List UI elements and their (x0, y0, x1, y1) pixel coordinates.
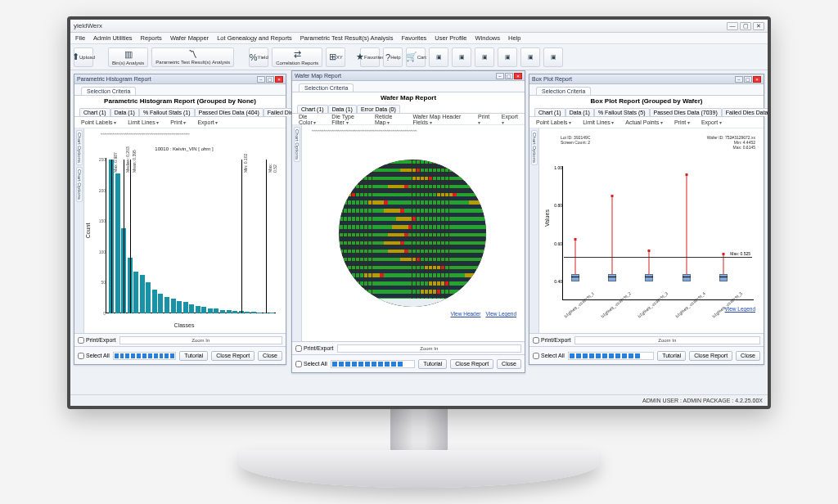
dock-max-icon[interactable]: ▢ (505, 73, 513, 79)
close-report-button[interactable]: Close Report (450, 359, 493, 369)
toolbar-bins-button[interactable]: ▥Bin(s) Analysis (108, 47, 148, 67)
subtab[interactable]: % Fallout Stats (5) (594, 108, 650, 116)
toolbar-extra-0[interactable]: ▣ (429, 47, 448, 67)
toolbar-extra-5[interactable]: ▣ (543, 47, 563, 67)
view-legend-link[interactable]: View Legend (725, 306, 755, 312)
dock-close-icon[interactable]: × (514, 73, 522, 79)
close-button[interactable]: Close (736, 351, 760, 361)
select-all-checkbox[interactable]: Select All (295, 361, 327, 367)
maximize-button[interactable]: ▢ (740, 22, 751, 30)
option-limit-lines[interactable]: Limit Lines (124, 119, 162, 126)
close-report-button[interactable]: Close Report (211, 351, 255, 361)
side-panel-tab[interactable]: Chart Options (294, 127, 300, 162)
toolbar-extra-3[interactable]: ▣ (498, 47, 517, 67)
toolbar-ptr-button[interactable]: 〽Parametric Test Result(s) Analysis (151, 47, 234, 67)
print-export-checkbox[interactable]: Print/Export (295, 345, 334, 352)
option-limit-lines[interactable]: Limit Lines (579, 119, 617, 126)
menu-lot-genealogy-and-reports[interactable]: Lot Genealogy and Reports (217, 34, 292, 42)
menu-wafer-mapper[interactable]: Wafer Mapper (170, 34, 209, 42)
toolbar-corr-button[interactable]: ⇄Correlation Reports (272, 47, 322, 67)
toolbar-fav-button[interactable]: ★Favorites (360, 47, 380, 67)
toolbar-xy-button[interactable]: ⊞XY (326, 47, 345, 67)
menu-user-profile[interactable]: User Profile (435, 34, 466, 42)
menu-help[interactable]: Help (508, 34, 520, 42)
boxplot-window-title[interactable]: Box Plot Report −▢× (529, 74, 764, 84)
subtab[interactable]: % Fallout Stats (1) (139, 108, 195, 116)
zoom-in-button[interactable]: Zoom In (574, 336, 760, 344)
option-reticle-map[interactable]: Reticle Map (372, 113, 404, 126)
selection-criteria-tab[interactable]: Selection Criteria (536, 87, 591, 95)
box-plot-report-window: Box Plot Report −▢× Selection Criteria B… (529, 74, 764, 365)
option-point-labels[interactable]: Point Labels (533, 119, 574, 126)
menu-parametric-test-result-s-analysis[interactable]: Parametric Test Result(s) Analysis (300, 34, 394, 42)
option-die-type-filter[interactable]: Die Type Filter (328, 113, 367, 126)
subtab[interactable]: Chart (1) (297, 105, 328, 113)
menu-favorites[interactable]: Favorites (402, 34, 427, 42)
subtab[interactable]: Failed Dies Data (0) (722, 108, 768, 116)
option-wafer-map-header-fields[interactable]: Wafer Map Header Fields (409, 113, 470, 126)
selection-criteria-tab[interactable]: Selection Criteria (299, 83, 354, 92)
box-plot[interactable]: Lot ID: 392149C Screen Count: 2 Wafer ID… (541, 132, 760, 330)
wafer-map-plot[interactable]: ≈≈≈≈≈≈≈≈≈≈≈≈≈≈≈≈≈≈≈≈≈≈≈≈≈≈≈≈≈≈≈≈≈≈≈≈≈≈≈≈… (304, 128, 521, 338)
subtab[interactable]: Error Data (0) (357, 105, 400, 113)
option-actual-points[interactable]: Actual Points (622, 119, 666, 126)
toolbar-yield-button[interactable]: %Yield (249, 47, 268, 67)
side-panel-tab[interactable]: Chart Options (76, 167, 83, 202)
dock-min-icon[interactable]: − (496, 73, 504, 79)
dock-close-icon[interactable]: × (275, 76, 283, 83)
subtab[interactable]: Data (1) (110, 108, 139, 116)
zoom-in-button[interactable]: Zoom In (119, 336, 282, 344)
select-all-checkbox[interactable]: Select All (533, 353, 565, 359)
subtab[interactable]: Passed Dies Data (404) (195, 108, 264, 116)
close-button[interactable]: Close (258, 351, 282, 361)
tutorial-button[interactable]: Tutorial (657, 351, 686, 361)
subtab[interactable]: Passed Dies Data (7039) (650, 108, 722, 116)
view-legend-link[interactable]: View Legend (486, 311, 516, 317)
menu-windows[interactable]: Windows (475, 34, 500, 42)
option-point-labels[interactable]: Point Labels (78, 119, 119, 126)
toolbar-extra-2[interactable]: ▣ (475, 47, 494, 67)
close-button[interactable]: Close (497, 359, 521, 369)
tutorial-button[interactable]: Tutorial (179, 351, 208, 361)
toolbar-upload-button[interactable]: ⬆Upload (74, 47, 93, 67)
option-export[interactable]: Export (698, 119, 725, 126)
option-print[interactable]: Print (167, 119, 189, 126)
tutorial-button[interactable]: Tutorial (418, 359, 447, 369)
menu-file[interactable]: File (75, 34, 85, 42)
option-die-color[interactable]: Die Color (295, 113, 323, 126)
toolbar-help-button[interactable]: ?Help (383, 47, 403, 67)
select-all-checkbox[interactable]: Select All (78, 353, 110, 359)
side-panel-tab[interactable]: Chart Options (76, 130, 83, 165)
dock-close-icon[interactable]: × (753, 76, 761, 83)
dock-min-icon[interactable]: − (257, 76, 265, 83)
close-report-button[interactable]: Close Report (689, 351, 732, 361)
option-print[interactable]: Print (671, 119, 693, 126)
dock-min-icon[interactable]: − (735, 76, 743, 83)
option-export[interactable]: Export (194, 119, 221, 126)
option-print[interactable]: Print (475, 113, 493, 126)
close-button[interactable]: ✕ (753, 22, 764, 30)
subtab[interactable]: Data (1) (565, 108, 594, 116)
toolbar-cart-button[interactable]: 🛒Cart (406, 47, 426, 67)
window-buttons: — ▢ ✕ (727, 22, 764, 30)
print-export-checkbox[interactable]: Print/Export (78, 337, 116, 344)
subtab[interactable]: Chart (1) (79, 108, 110, 116)
view-header-link[interactable]: View Header (450, 311, 480, 317)
menu-reports[interactable]: Reports (141, 34, 162, 42)
histogram-window-title[interactable]: Parametric Histogram Report −▢× (74, 74, 286, 84)
subtab[interactable]: Data (1) (328, 105, 357, 113)
dock-max-icon[interactable]: ▢ (266, 76, 274, 83)
option-export[interactable]: Export (498, 113, 521, 126)
dock-max-icon[interactable]: ▢ (744, 76, 752, 83)
print-export-checkbox[interactable]: Print/Export (533, 337, 571, 344)
minimize-button[interactable]: — (727, 22, 738, 30)
menu-admin-utilities[interactable]: Admin Utilities (93, 34, 133, 42)
toolbar-extra-1[interactable]: ▣ (452, 47, 471, 67)
zoom-in-button[interactable]: Zoom In (337, 344, 521, 353)
wafer-window-title[interactable]: Wafer Map Report −▢× (292, 71, 525, 81)
histogram-plot[interactable]: ≈≈≈≈≈≈≈≈≈≈≈≈≈≈≈≈≈≈≈≈≈≈≈≈≈≈≈≈≈≈≈≈≈≈≈≈≈≈≈≈… (86, 132, 282, 330)
toolbar-extra-4[interactable]: ▣ (520, 47, 540, 67)
subtab[interactable]: Chart (1) (534, 108, 565, 116)
side-panel-tab[interactable]: Chart Options (531, 130, 538, 165)
selection-criteria-tab[interactable]: Selection Criteria (81, 87, 136, 95)
